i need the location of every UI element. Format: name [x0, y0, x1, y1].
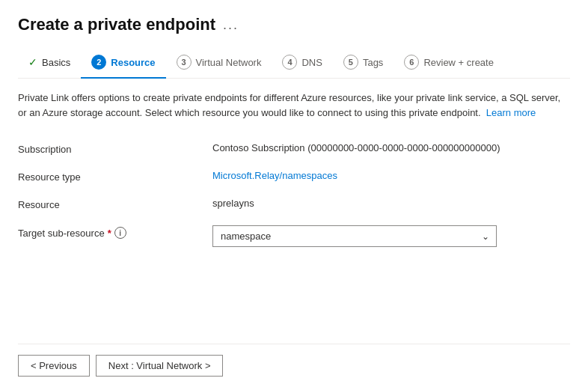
target-sub-resource-dropdown[interactable]: namespace ⌄ — [212, 225, 497, 247]
target-sub-resource-select[interactable]: namespace — [212, 225, 497, 247]
step-dns-label: DNS — [301, 57, 322, 68]
step-tags-label: Tags — [363, 57, 383, 68]
resource-type-value: Microsoft.Relay/namespaces — [212, 170, 570, 181]
steps-bar: ✓ Basics 2 Resource 3 Virtual Network 4 … — [18, 48, 570, 79]
page-title: Create a private endpoint — [18, 15, 215, 34]
step-review-create-label: Review + create — [423, 57, 494, 68]
step-resource-number: 2 — [91, 55, 106, 70]
info-text: Private Link offers options to create pr… — [18, 91, 570, 120]
step-resource-label: Resource — [111, 57, 155, 68]
info-icon[interactable]: i — [114, 227, 126, 239]
step-review-number: 6 — [404, 55, 419, 70]
next-virtual-network-button[interactable]: Next : Virtual Network > — [96, 355, 224, 377]
resource-row: Resource sprelayns — [18, 190, 570, 218]
resource-type-row: Resource type Microsoft.Relay/namespaces — [18, 162, 570, 190]
footer: < Previous Next : Virtual Network > — [18, 344, 570, 387]
target-sub-resource-row: Target sub-resource * i namespace ⌄ — [18, 218, 570, 255]
subscription-value: Contoso Subscription (00000000-0000-0000… — [212, 142, 570, 153]
resource-type-label: Resource type — [18, 170, 212, 183]
step-dns[interactable]: 4 DNS — [272, 49, 332, 79]
target-sub-resource-field[interactable]: namespace ⌄ — [212, 225, 570, 247]
target-sub-resource-label: Target sub-resource * i — [18, 225, 212, 239]
step-tags[interactable]: 5 Tags — [333, 49, 393, 79]
content-area: Private Link offers options to create pr… — [18, 91, 570, 344]
step-resource[interactable]: 2 Resource — [81, 49, 165, 79]
step-basics-label: Basics — [42, 57, 70, 68]
previous-button[interactable]: < Previous — [18, 355, 90, 377]
ellipsis-menu[interactable]: ... — [223, 17, 239, 33]
step-vnet-label: Virtual Network — [196, 57, 262, 68]
step-tags-number: 5 — [343, 55, 358, 70]
resource-value: sprelayns — [212, 198, 570, 209]
resource-label: Resource — [18, 198, 212, 210]
step-review-create[interactable]: 6 Review + create — [393, 49, 504, 79]
subscription-row: Subscription Contoso Subscription (00000… — [18, 135, 570, 162]
step-dns-number: 4 — [282, 55, 297, 70]
subscription-label: Subscription — [18, 142, 212, 155]
learn-more-link[interactable]: Learn more — [486, 107, 536, 118]
check-icon: ✓ — [28, 56, 37, 68]
step-vnet-number: 3 — [177, 55, 192, 70]
step-basics[interactable]: ✓ Basics — [18, 50, 81, 77]
step-virtual-network[interactable]: 3 Virtual Network — [166, 49, 272, 79]
required-indicator: * — [108, 228, 111, 239]
